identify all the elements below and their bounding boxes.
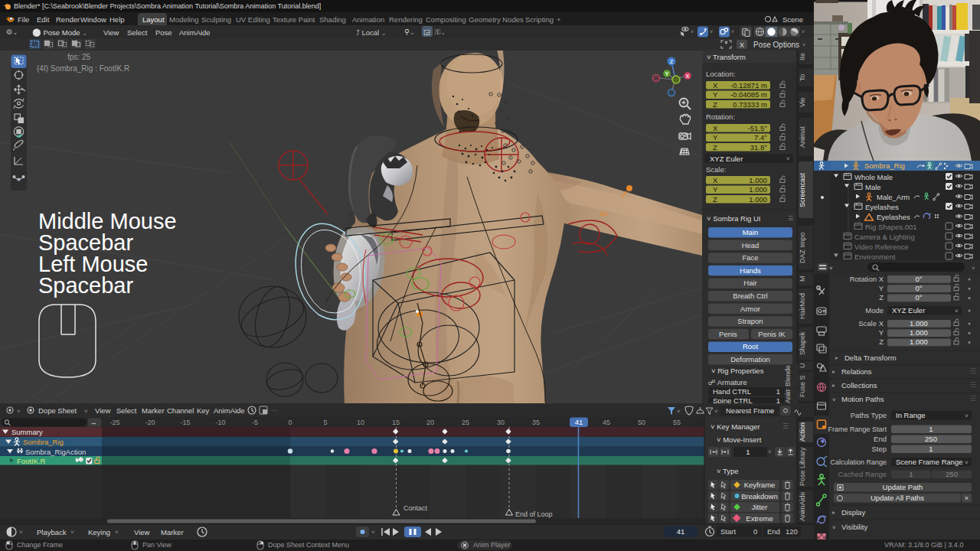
svg-text:Keyframe: Keyframe xyxy=(744,481,776,489)
svg-text:35: 35 xyxy=(532,419,540,426)
svg-text:Dope Sheet: Dope Sheet xyxy=(38,406,77,415)
svg-text:˅: ˅ xyxy=(70,529,74,536)
svg-text:FootIK.R: FootIK.R xyxy=(17,457,46,465)
svg-text:˅: ˅ xyxy=(832,396,836,403)
svg-text:˅: ˅ xyxy=(710,29,713,34)
svg-text:Scene Frame Range: Scene Frame Range xyxy=(896,458,963,466)
svg-text:0°: 0° xyxy=(915,275,922,283)
svg-text:Relations: Relations xyxy=(841,367,872,376)
svg-text:Breath Ctrl: Breath Ctrl xyxy=(733,292,767,300)
svg-text:˅: ˅ xyxy=(972,265,975,272)
svg-text:Z: Z xyxy=(879,293,884,302)
svg-text:-25: -25 xyxy=(109,419,119,426)
svg-text:Start: Start xyxy=(720,527,736,536)
svg-text:☍ Armature: ☍ Armature xyxy=(708,378,747,386)
svg-text:×: × xyxy=(965,494,969,502)
svg-text:1: 1 xyxy=(746,448,750,456)
svg-text:0.73333 m: 0.73333 m xyxy=(733,100,767,109)
svg-text:0°: 0° xyxy=(915,293,922,302)
svg-text:˅: ˅ xyxy=(786,155,790,162)
svg-text:View: View xyxy=(134,528,150,536)
svg-text:AnimAide: AnimAide xyxy=(214,406,245,415)
svg-text:X: X xyxy=(713,176,718,184)
svg-text:Environment: Environment xyxy=(854,253,896,261)
svg-text:1: 1 xyxy=(776,387,780,396)
svg-text:Y: Y xyxy=(879,328,884,337)
svg-text:Channel: Channel xyxy=(167,406,194,415)
svg-text:-0.04085 m: -0.04085 m xyxy=(730,90,767,99)
svg-text:˅: ˅ xyxy=(371,529,375,536)
svg-text:Nearest Frame: Nearest Frame xyxy=(726,406,774,415)
svg-text:Marker: Marker xyxy=(142,406,165,415)
svg-text:-20: -20 xyxy=(145,419,155,426)
svg-text:-15: -15 xyxy=(180,419,190,426)
svg-text:Calculation Range: Calculation Range xyxy=(830,458,887,466)
svg-text:Y: Y xyxy=(713,90,718,99)
svg-text:Keying: Keying xyxy=(88,528,110,536)
svg-text:˅: ˅ xyxy=(768,448,772,455)
svg-text:Root: Root xyxy=(743,342,758,350)
svg-text:˅ Move-Insert: ˅ Move-Insert xyxy=(717,435,762,444)
svg-text:Jitter: Jitter xyxy=(752,503,768,511)
svg-text:1.000: 1.000 xyxy=(749,185,767,194)
svg-text:Male_Arm: Male_Arm xyxy=(877,193,910,201)
svg-text:˅: ˅ xyxy=(19,529,23,536)
svg-text:Location:: Location: xyxy=(706,70,736,78)
svg-text:In Range: In Range xyxy=(896,411,926,419)
svg-text:Male: Male xyxy=(865,183,881,191)
svg-text:˅: ˅ xyxy=(832,524,836,531)
svg-text:Scale X: Scale X xyxy=(858,319,884,328)
svg-text:Y: Y xyxy=(713,133,718,142)
svg-text:Step: Step xyxy=(871,445,887,453)
svg-text:˅: ˅ xyxy=(965,412,969,419)
svg-text:41: 41 xyxy=(575,418,583,426)
svg-text:˅ Key Manager: ˅ Key Manager xyxy=(710,422,760,431)
svg-text:25: 25 xyxy=(462,419,469,426)
svg-text:5: 5 xyxy=(323,419,327,426)
svg-text:1.000: 1.000 xyxy=(910,337,928,346)
svg-text:Delta Transform: Delta Transform xyxy=(844,354,897,362)
svg-text:▸: ▸ xyxy=(832,382,835,389)
svg-text:Rig Shapes.001: Rig Shapes.001 xyxy=(865,223,917,231)
svg-text:20: 20 xyxy=(426,419,434,426)
svg-text:1: 1 xyxy=(909,470,913,478)
svg-text:Z: Z xyxy=(713,100,717,109)
svg-text:☰: ☰ xyxy=(970,381,976,389)
svg-text:Penis: Penis xyxy=(719,330,737,338)
svg-text:41: 41 xyxy=(677,527,685,536)
svg-text:Visibility: Visibility xyxy=(841,523,867,531)
svg-text:˅: ˅ xyxy=(802,29,805,34)
svg-text:˅: ˅ xyxy=(677,408,681,415)
svg-text:Rotation X: Rotation X xyxy=(850,275,884,283)
svg-text:Marker: Marker xyxy=(161,528,184,536)
svg-text:˅ Rig Properties: ˅ Rig Properties xyxy=(711,367,764,375)
svg-text:Sombra_Rig: Sombra_Rig xyxy=(864,161,905,170)
svg-text:Head: Head xyxy=(742,241,760,249)
svg-text:View: View xyxy=(95,406,111,415)
svg-text:˅: ˅ xyxy=(802,42,805,47)
svg-text:Scale:: Scale: xyxy=(706,165,726,174)
svg-text:7.4°: 7.4° xyxy=(754,133,767,142)
svg-text:Face: Face xyxy=(742,253,758,262)
svg-text:Cached Range: Cached Range xyxy=(838,470,887,478)
svg-text:Mode: Mode xyxy=(865,306,884,315)
svg-text:Update Path: Update Path xyxy=(883,483,923,491)
svg-text:1.000: 1.000 xyxy=(910,328,928,337)
svg-text:1: 1 xyxy=(929,425,933,433)
svg-text:Summary: Summary xyxy=(11,428,43,436)
svg-text:15: 15 xyxy=(392,419,400,426)
svg-text:-0.12871 m: -0.12871 m xyxy=(730,81,767,90)
svg-text:Breakdown: Breakdown xyxy=(741,492,778,500)
svg-text:Paths Type: Paths Type xyxy=(851,411,887,419)
svg-text:(4I) Sombra_Rig : FootIK.R: (4I) Sombra_Rig : FootIK.R xyxy=(37,64,129,73)
svg-text:X: X xyxy=(740,41,744,49)
svg-text:☰: ☰ xyxy=(970,367,976,375)
svg-text:Collections: Collections xyxy=(841,381,877,390)
svg-text:0: 0 xyxy=(753,527,757,536)
svg-text:Deformation: Deformation xyxy=(730,355,770,364)
svg-text:▸: ▸ xyxy=(832,509,835,516)
svg-text:Playback: Playback xyxy=(37,528,67,536)
svg-text:Pose Options: Pose Options xyxy=(753,41,799,49)
svg-text:1.000: 1.000 xyxy=(749,195,767,204)
svg-text:0°: 0° xyxy=(915,284,922,292)
